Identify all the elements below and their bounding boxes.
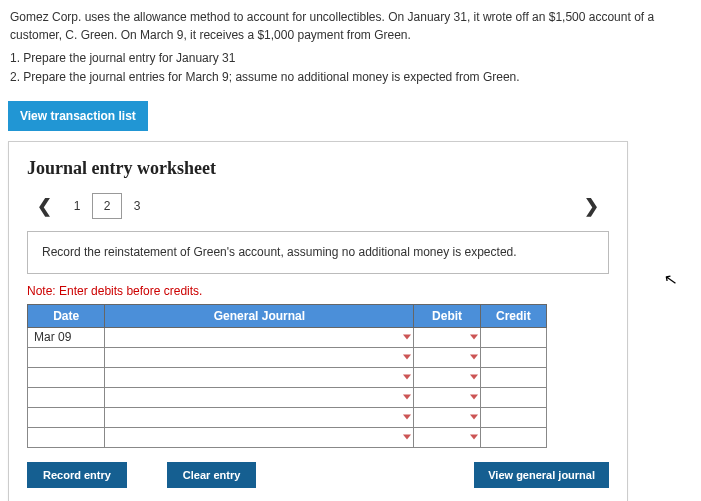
general-journal-cell[interactable] — [105, 347, 414, 367]
general-journal-cell[interactable] — [105, 427, 414, 447]
worksheet-title: Journal entry worksheet — [27, 158, 609, 179]
credit-cell[interactable] — [480, 387, 546, 407]
tab-2[interactable]: 2 — [92, 193, 122, 219]
prev-chevron-icon[interactable]: ❮ — [27, 191, 62, 221]
clear-entry-button[interactable]: Clear entry — [167, 462, 256, 488]
date-cell[interactable] — [28, 347, 105, 367]
table-row — [28, 407, 547, 427]
general-journal-cell[interactable] — [105, 327, 414, 347]
problem-statement: Gomez Corp. uses the allowance method to… — [0, 0, 701, 48]
dropdown-arrow-icon — [470, 335, 478, 340]
dropdown-arrow-icon — [403, 375, 411, 380]
date-cell[interactable] — [28, 427, 105, 447]
date-cell[interactable] — [28, 387, 105, 407]
journal-table: Date General Journal Debit Credit Mar 09 — [27, 304, 547, 448]
table-row: Mar 09 — [28, 327, 547, 347]
debit-cell[interactable] — [414, 427, 480, 447]
dropdown-arrow-icon — [403, 435, 411, 440]
credit-cell[interactable] — [480, 347, 546, 367]
dropdown-arrow-icon — [470, 415, 478, 420]
date-cell[interactable] — [28, 367, 105, 387]
instruction-2: 2. Prepare the journal entries for March… — [10, 68, 691, 86]
header-date: Date — [28, 304, 105, 327]
dropdown-arrow-icon — [470, 395, 478, 400]
credit-cell[interactable] — [480, 367, 546, 387]
debit-cell[interactable] — [414, 387, 480, 407]
debit-cell[interactable] — [414, 347, 480, 367]
instructions-block: 1. Prepare the journal entry for January… — [0, 49, 701, 97]
dropdown-arrow-icon — [470, 355, 478, 360]
debit-cell[interactable] — [414, 367, 480, 387]
dropdown-arrow-icon — [403, 355, 411, 360]
entry-description: Record the reinstatement of Green's acco… — [27, 231, 609, 274]
tab-3[interactable]: 3 — [122, 193, 152, 219]
view-transaction-list-button[interactable]: View transaction list — [8, 101, 148, 131]
dropdown-arrow-icon — [403, 395, 411, 400]
credit-cell[interactable] — [480, 427, 546, 447]
credit-cell[interactable] — [480, 327, 546, 347]
record-entry-button[interactable]: Record entry — [27, 462, 127, 488]
tab-1[interactable]: 1 — [62, 193, 92, 219]
general-journal-cell[interactable] — [105, 387, 414, 407]
dropdown-arrow-icon — [403, 415, 411, 420]
table-row — [28, 387, 547, 407]
header-credit: Credit — [480, 304, 546, 327]
debit-cell[interactable] — [414, 407, 480, 427]
instruction-1: 1. Prepare the journal entry for January… — [10, 49, 691, 67]
table-row — [28, 367, 547, 387]
date-cell[interactable]: Mar 09 — [28, 327, 105, 347]
dropdown-arrow-icon — [403, 335, 411, 340]
journal-worksheet-card: Journal entry worksheet ❮ 1 2 3 ❯ Record… — [8, 141, 628, 501]
table-row — [28, 427, 547, 447]
header-general-journal: General Journal — [105, 304, 414, 327]
dropdown-arrow-icon — [470, 435, 478, 440]
next-chevron-icon[interactable]: ❯ — [574, 191, 609, 221]
cursor-icon: ↖ — [662, 269, 678, 290]
debits-before-credits-note: Note: Enter debits before credits. — [27, 284, 609, 298]
credit-cell[interactable] — [480, 407, 546, 427]
general-journal-cell[interactable] — [105, 407, 414, 427]
action-button-row: Record entry Clear entry View general jo… — [27, 462, 609, 488]
date-cell[interactable] — [28, 407, 105, 427]
view-general-journal-button[interactable]: View general journal — [474, 462, 609, 488]
dropdown-arrow-icon — [470, 375, 478, 380]
tab-row: ❮ 1 2 3 ❯ — [27, 191, 609, 221]
general-journal-cell[interactable] — [105, 367, 414, 387]
table-row — [28, 347, 547, 367]
header-debit: Debit — [414, 304, 480, 327]
debit-cell[interactable] — [414, 327, 480, 347]
